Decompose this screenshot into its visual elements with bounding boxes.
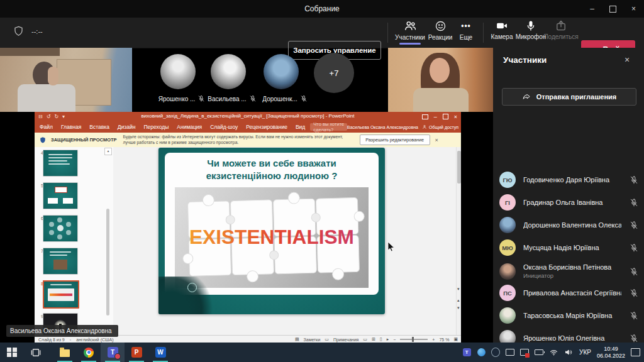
panel-close-button[interactable]: ×	[620, 53, 634, 67]
participant-row[interactable]: Тарасовська Марія Юріївна	[499, 304, 639, 327]
ribbon-options-icon[interactable]	[422, 114, 428, 119]
toolbar-divider	[387, 23, 388, 43]
zoom-slider[interactable]	[400, 339, 428, 340]
tray-teams-icon[interactable]: T	[462, 348, 471, 357]
scroll-down-icon[interactable]: ▾	[457, 287, 460, 292]
send-invite-button[interactable]: Отправка приглашения	[502, 88, 636, 106]
taskbar-word[interactable]: W	[148, 343, 172, 362]
accessibility-icon[interactable]: ▫	[70, 337, 71, 342]
tab-transitions[interactable]: Переходы	[143, 124, 169, 130]
share-icon	[555, 19, 567, 32]
close-button[interactable]: ×	[623, 0, 644, 18]
tray-onedrive-icon[interactable]	[477, 348, 486, 357]
ppt-minimize-button[interactable]: –	[434, 114, 437, 120]
fit-to-window-icon[interactable]: ▣	[453, 337, 458, 342]
slide-thumb-5[interactable]	[43, 182, 78, 209]
enable-editing-button[interactable]: Разрешить редактирование	[360, 134, 430, 145]
tray-wifi-icon[interactable]	[549, 348, 558, 357]
avatar-name-row: Ярошенко ...	[153, 94, 211, 104]
previous-slide-button[interactable]: ▴	[457, 298, 460, 303]
tab-slideshow[interactable]: Слайд-шоу	[210, 124, 238, 130]
ppt-close-button[interactable]: ×	[454, 114, 457, 120]
taskbar-file-explorer[interactable]	[53, 343, 77, 362]
taskbar-chrome[interactable]	[77, 343, 101, 362]
webcam-tile-right[interactable]	[388, 48, 493, 112]
more-actions-button[interactable]: ••• Еще	[450, 19, 482, 47]
view-sorter-icon[interactable]: ⊞	[372, 337, 375, 342]
tab-file[interactable]: Файл	[40, 124, 53, 130]
taskbar-teams-active[interactable]: T	[101, 343, 125, 362]
tab-home[interactable]: Главная	[61, 124, 81, 130]
restore-icon	[609, 6, 616, 13]
taskbar-clock[interactable]: 10:49 06.04.2022	[597, 346, 625, 359]
qat-customize-icon[interactable]: ▾	[62, 114, 65, 119]
tray-battery-icon[interactable]	[535, 348, 543, 357]
slide-canvas-area: Чи можете ви себе вважати екзистенційною…	[113, 147, 456, 335]
avatar: ГЮ	[499, 172, 516, 188]
webcam-tile-left[interactable]	[0, 48, 132, 112]
comments-toggle[interactable]: Примечания	[333, 337, 358, 342]
avatar: МЮ	[499, 239, 516, 256]
participant-row[interactable]: МЮ Мусцяца Надія Юріївна	[499, 236, 639, 259]
ppt-restore-button[interactable]	[443, 114, 448, 119]
task-view-button[interactable]	[24, 343, 48, 362]
participant-row[interactable]: Дорошенко Валентина Олекса...	[499, 214, 639, 236]
avatar-vasilieva[interactable]	[211, 54, 246, 89]
tray-steam-icon[interactable]	[491, 348, 500, 357]
avatar-doroshenko[interactable]	[264, 54, 299, 89]
overflow-participants-badge[interactable]: +7	[314, 53, 354, 93]
participants-toggle[interactable]: Участники	[394, 19, 426, 47]
slide-thumb-6[interactable]	[43, 215, 78, 242]
tray-display-icon[interactable]	[506, 348, 514, 357]
tab-design[interactable]: Дизайн	[118, 124, 136, 130]
next-slide-button[interactable]: ▾	[457, 305, 460, 310]
thumb-scroll-up-button[interactable]: ▴	[104, 148, 112, 155]
view-reading-icon[interactable]: ▯	[380, 337, 382, 342]
banner-close-button[interactable]: ×	[435, 137, 438, 143]
tray-presenting-icon[interactable]	[520, 348, 529, 357]
participant-row-organizer[interactable]: Оксана Борисівна Петінова Инициатор	[499, 259, 639, 284]
microphone-button[interactable]: Микрофон	[514, 19, 547, 47]
tellme-search-input[interactable]: Что вы хотите сделать?	[310, 123, 347, 131]
participant-row[interactable]: ГІ Градинар Ольга Іванівна	[499, 191, 639, 214]
participant-name: Оксана Борисівна Петінова	[523, 263, 621, 272]
zoom-in-button[interactable]: +	[432, 337, 435, 342]
slide-thumb-7[interactable]	[43, 248, 78, 275]
zoom-slider-thumb[interactable]	[412, 337, 414, 342]
ppt-account-name[interactable]: Васильева Оксана Александровна	[347, 125, 418, 129]
scrollbar-thumb[interactable]	[457, 151, 461, 184]
slide-thumb-4[interactable]	[43, 150, 78, 177]
tray-volume-icon[interactable]	[564, 348, 574, 357]
meeting-toolbar: --:-- Запросить управление Участники Реа…	[0, 18, 644, 48]
camera-button[interactable]: Камера	[486, 19, 518, 47]
ppt-share-button[interactable]: Общий доступ	[422, 124, 458, 129]
undo-icon[interactable]: ↺	[47, 114, 51, 119]
view-slideshow-icon[interactable]: ▸	[387, 337, 389, 342]
tab-animation[interactable]: Анимация	[177, 124, 202, 130]
minimize-button[interactable]: –	[582, 0, 602, 18]
slide-scrollbar[interactable]: ▾ ▴ ▾	[456, 147, 461, 335]
slide-thumb-8-selected[interactable]	[43, 280, 79, 309]
action-center-icon[interactable]	[631, 348, 640, 356]
language-status[interactable]: английский (США)	[76, 337, 113, 342]
redo-icon[interactable]: ↻	[54, 114, 58, 119]
tab-review[interactable]: Рецензирование	[246, 124, 287, 130]
tab-view[interactable]: Вид	[296, 124, 305, 130]
participant-row[interactable]: ГЮ Годовиченко Даря Юріївна	[499, 168, 639, 191]
avatar-yaroshenko[interactable]	[160, 54, 196, 89]
start-button[interactable]	[0, 343, 24, 362]
maximize-button[interactable]	[602, 0, 623, 18]
participant-row[interactable]: ПС Привалова Анастасія Сергіївна	[499, 282, 639, 304]
keyboard-language[interactable]: УКР	[579, 349, 591, 356]
zoom-out-button[interactable]: −	[393, 337, 396, 342]
taskbar-powerpoint[interactable]: P	[125, 343, 148, 362]
save-icon[interactable]: ⊟	[38, 114, 43, 119]
thumb-scrollbar[interactable]	[106, 209, 109, 315]
avatar: ГІ	[499, 194, 516, 211]
thumb-decor	[48, 163, 70, 165]
window-title: Собрание	[0, 4, 644, 13]
zoom-level[interactable]: 75 %	[439, 337, 449, 342]
tab-insert[interactable]: Вставка	[89, 124, 109, 130]
notes-toggle[interactable]: Заметки	[304, 337, 321, 342]
view-normal-icon[interactable]: ▭	[363, 337, 367, 342]
